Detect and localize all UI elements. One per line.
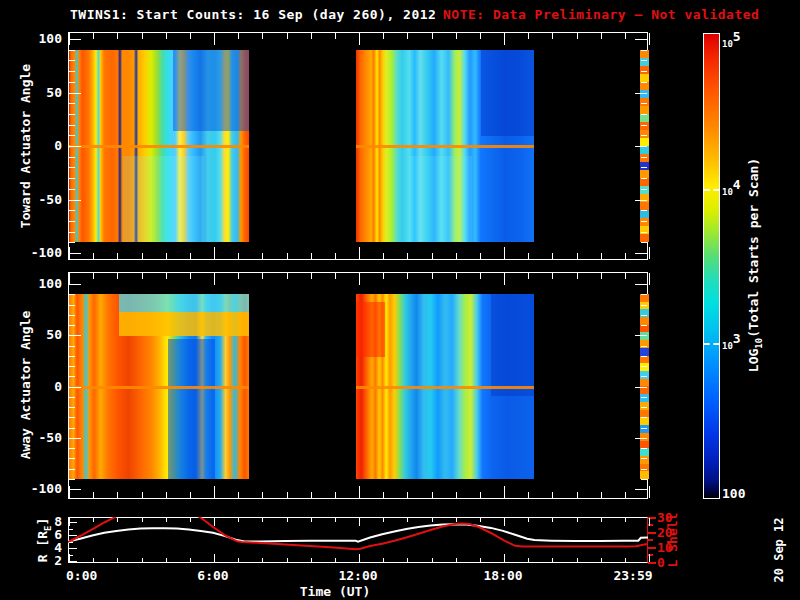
tick-mark bbox=[407, 518, 408, 522]
tick-mark bbox=[69, 221, 75, 222]
tick-mark bbox=[504, 518, 505, 526]
tick-mark bbox=[635, 335, 647, 336]
axis-tick-label: 0 bbox=[0, 138, 62, 153]
tick-mark bbox=[311, 273, 312, 279]
tick-mark bbox=[69, 146, 81, 147]
spectrogram-patch bbox=[356, 302, 384, 357]
tick-mark bbox=[117, 518, 118, 522]
tick-mark bbox=[641, 242, 647, 243]
tick-mark bbox=[335, 253, 336, 259]
tick-mark bbox=[142, 492, 143, 498]
tick-mark bbox=[69, 135, 75, 136]
toward-spectrogram-panel bbox=[68, 32, 648, 260]
tick-mark bbox=[552, 273, 553, 279]
spectrogram-block bbox=[69, 50, 249, 243]
tick-mark bbox=[69, 489, 81, 490]
tick-mark bbox=[69, 189, 75, 190]
tick-mark bbox=[641, 103, 647, 104]
tick-mark bbox=[214, 33, 215, 45]
tick-mark bbox=[142, 33, 143, 39]
tick-mark bbox=[641, 458, 647, 459]
spectrogram-patch bbox=[481, 50, 534, 137]
tick-mark bbox=[238, 253, 239, 259]
spectrogram-patch bbox=[491, 294, 534, 395]
tick-mark bbox=[649, 247, 650, 259]
tick-mark bbox=[648, 547, 656, 549]
tick-mark bbox=[69, 469, 75, 470]
tick-mark bbox=[69, 428, 75, 429]
tick-mark bbox=[69, 535, 77, 536]
tick-mark bbox=[69, 253, 81, 254]
tick-mark bbox=[432, 253, 433, 259]
tick-mark bbox=[117, 558, 118, 562]
tick-mark bbox=[335, 273, 336, 279]
tick-mark bbox=[69, 548, 77, 549]
tick-mark bbox=[504, 554, 505, 562]
tick-mark bbox=[635, 284, 647, 285]
tick-mark bbox=[142, 558, 143, 562]
tick-mark bbox=[69, 438, 81, 439]
tick-mark bbox=[601, 518, 602, 522]
date-stamp: 20 Sep 12 bbox=[772, 517, 786, 582]
tick-mark bbox=[456, 33, 457, 39]
spectrogram-patch bbox=[173, 50, 249, 131]
tick-mark bbox=[407, 558, 408, 562]
tick-mark bbox=[359, 486, 360, 498]
tick-mark bbox=[456, 518, 457, 522]
tick-mark bbox=[214, 518, 215, 526]
tick-mark bbox=[190, 558, 191, 562]
tick-mark bbox=[69, 273, 70, 285]
tick-mark bbox=[480, 558, 481, 562]
spectrogram-block bbox=[69, 294, 249, 479]
tick-mark bbox=[117, 492, 118, 498]
tick-mark bbox=[456, 492, 457, 498]
tick-mark bbox=[641, 294, 647, 295]
tick-mark bbox=[641, 232, 647, 233]
tick-mark bbox=[214, 554, 215, 562]
tick-mark bbox=[641, 417, 647, 418]
tick-mark bbox=[641, 50, 647, 51]
away-spectrogram-panel bbox=[68, 272, 648, 499]
tick-mark bbox=[641, 479, 647, 480]
tick-mark bbox=[528, 558, 529, 562]
tick-mark bbox=[641, 189, 647, 190]
axis-tick-label: 10 bbox=[657, 539, 673, 554]
tick-mark bbox=[577, 273, 578, 279]
tick-mark bbox=[190, 253, 191, 259]
tick-mark bbox=[335, 33, 336, 39]
tick-mark bbox=[552, 33, 553, 39]
zero-angle-band bbox=[356, 145, 534, 148]
tick-mark bbox=[190, 33, 191, 39]
tick-mark bbox=[528, 33, 529, 39]
tick-mark bbox=[287, 253, 288, 259]
tick-mark bbox=[432, 33, 433, 39]
colorbar-label: LOG10(Total Starts per Scan) bbox=[746, 158, 764, 372]
tick-mark bbox=[383, 33, 384, 39]
tick-mark bbox=[635, 93, 647, 94]
tick-mark bbox=[335, 518, 336, 522]
tick-mark bbox=[287, 492, 288, 498]
tick-mark bbox=[93, 33, 94, 39]
plot-title: TWINS1: Start Counts: 16 Sep (day 260), … bbox=[70, 7, 436, 22]
spectrogram-patch bbox=[409, 156, 471, 243]
tick-mark bbox=[69, 39, 81, 40]
tick-mark bbox=[528, 518, 529, 522]
tick-mark bbox=[641, 135, 647, 136]
tick-mark bbox=[69, 529, 73, 530]
tick-mark bbox=[641, 315, 647, 316]
tick-mark bbox=[641, 125, 647, 126]
tick-mark bbox=[641, 448, 647, 449]
tick-mark bbox=[214, 247, 215, 259]
tick-mark bbox=[635, 39, 647, 40]
tick-mark bbox=[641, 210, 647, 211]
tick-mark bbox=[383, 253, 384, 259]
tick-mark bbox=[504, 33, 505, 45]
tick-mark bbox=[552, 558, 553, 562]
tick-mark bbox=[552, 518, 553, 522]
tick-mark bbox=[456, 253, 457, 259]
tick-mark bbox=[69, 366, 75, 367]
x-axis-title: Time (UT) bbox=[300, 584, 370, 599]
plot-canvas: TWINS1: Start Counts: 16 Sep (day 260), … bbox=[0, 0, 800, 600]
tick-mark bbox=[480, 518, 481, 522]
tick-mark bbox=[359, 273, 360, 285]
